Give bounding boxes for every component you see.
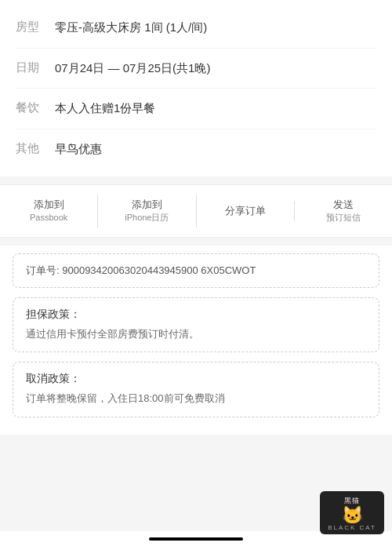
other-value: 早鸟优惠	[55, 140, 376, 158]
room-type-row: 房型 零压-高级大床房 1间 (1人/间)	[16, 8, 376, 49]
info-section: 房型 零压-高级大床房 1间 (1人/间) 日期 07月24日 — 07月25日…	[0, 0, 392, 177]
cat-icon: 🐱	[342, 507, 363, 524]
meal-label: 餐饮	[16, 100, 55, 115]
other-row: 其他 早鸟优惠	[16, 129, 376, 169]
cancel-content: 订单将整晚保留，入住日18:00前可免费取消	[26, 391, 366, 407]
send-sms-button[interactable]: 发送 预订短信	[295, 195, 392, 228]
other-label: 其他	[16, 140, 55, 156]
room-type-label: 房型	[16, 19, 55, 35]
home-indicator	[149, 537, 243, 541]
date-label: 日期	[16, 60, 55, 75]
guarantee-content: 通过信用卡预付全部房费预订时付清。	[26, 326, 366, 343]
share-order-button[interactable]: 分享订单	[197, 201, 295, 221]
divider-2	[0, 238, 392, 246]
date-value: 07月24日 — 07月25日(共1晚)	[55, 60, 376, 78]
meal-value: 本人入住赠1份早餐	[55, 100, 376, 118]
main-content: 房型 零压-高级大床房 1间 (1人/间) 日期 07月24日 — 07月25日…	[0, 0, 392, 435]
sms-label: 发送 预订短信	[326, 198, 361, 224]
add-to-passbook-button[interactable]: 添加到 Passbook	[0, 195, 98, 228]
room-type-value: 零压-高级大床房 1间 (1人/间)	[55, 19, 376, 37]
date-row: 日期 07月24日 — 07月25日(共1晚)	[16, 49, 376, 89]
cards-section: 订单号: 900093420063020443945900 6X05CWOT 担…	[0, 246, 392, 435]
action-bar: 添加到 Passbook 添加到 iPhone日历 分享订单 发送 预订短信	[0, 184, 392, 238]
order-id-card: 订单号: 900093420063020443945900 6X05CWOT	[13, 253, 379, 288]
guarantee-card: 担保政策： 通过信用卡预付全部房费预订时付清。	[13, 297, 379, 353]
add-to-calendar-button[interactable]: 添加到 iPhone日历	[98, 195, 196, 228]
passbook-label: 添加到 Passbook	[30, 198, 67, 224]
cancel-title: 取消政策：	[26, 372, 366, 386]
watermark-bottom-text: BLACK CAT	[328, 524, 376, 531]
guarantee-title: 担保政策：	[26, 308, 366, 322]
divider-1	[0, 177, 392, 184]
cancel-card: 取消政策： 订单将整晚保留，入住日18:00前可免费取消	[13, 362, 379, 417]
order-id-text: 订单号: 900093420063020443945900 6X05CWOT	[26, 264, 366, 278]
meal-row: 餐饮 本人入住赠1份早餐	[16, 89, 376, 129]
share-label: 分享订单	[225, 204, 266, 218]
calendar-label: 添加到 iPhone日历	[125, 198, 169, 224]
watermark: 黑猫 🐱 BLACK CAT	[320, 491, 384, 534]
